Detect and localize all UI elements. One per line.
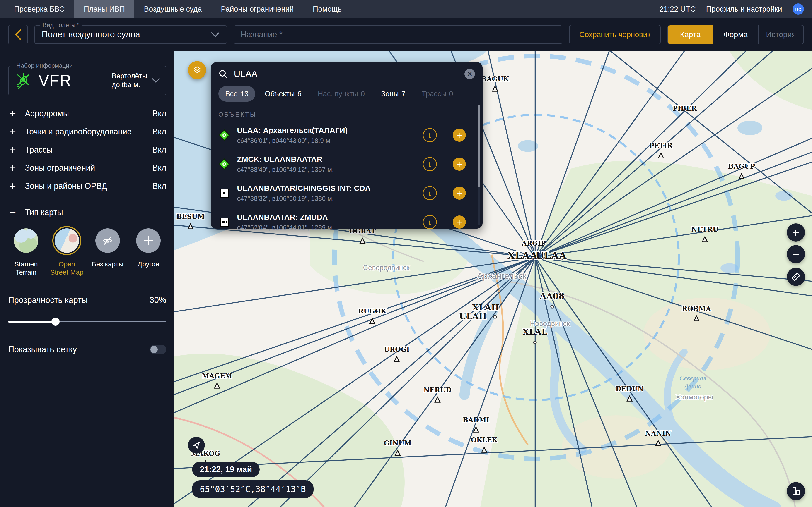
search-filter-tab[interactable]: Нас. пункты0 — [311, 86, 372, 102]
waypoint-label: ROBMA — [682, 305, 711, 313]
add-to-plan-button[interactable]: + — [453, 128, 466, 142]
zoom-in-button[interactable]: + — [787, 223, 805, 241]
city-label: Холмогоры — [676, 393, 713, 401]
city-label: Архангельск — [477, 271, 526, 281]
tab-count: 6 — [298, 90, 302, 98]
search-result-row[interactable]: ULAA: Архангельск(ТАЛАГИ)с64°36'01", в04… — [218, 126, 475, 145]
layers-icon — [192, 65, 202, 75]
layers-list: +АэродромыВкл+Точки и радиооборудованиеВ… — [8, 109, 166, 191]
search-input[interactable] — [233, 69, 459, 79]
flight-type-select[interactable]: Вид полета * Полет воздушного судна — [35, 25, 227, 44]
show-grid-toggle[interactable] — [150, 345, 166, 354]
waypoint-label: ULAA — [536, 250, 567, 262]
close-icon[interactable]: × — [464, 69, 475, 79]
layer-state-toggle[interactable]: Вкл — [152, 163, 166, 173]
add-to-plan-button[interactable]: + — [453, 186, 466, 200]
nav-tab[interactable]: Планы ИВП — [74, 0, 134, 18]
back-button[interactable] — [8, 25, 28, 44]
result-actions: i+ — [423, 128, 475, 142]
result-actions: i+ — [423, 186, 475, 200]
waypoint-label: ULAH — [459, 311, 487, 321]
zoom-out-button[interactable]: − — [787, 245, 805, 263]
opacity-row: Прозрачность карты 30% — [8, 295, 166, 305]
view-tab-история[interactable]: История — [758, 25, 803, 44]
result-texts: ULAANBAATAR: ZMUDAс47°52'04", в106°44'01… — [237, 213, 334, 231]
cursor-coordinates-badge: 65°03′52″С,38°44′13″В — [192, 480, 314, 498]
info-button[interactable]: i — [423, 186, 437, 200]
waypoint-label: GINUM — [384, 439, 411, 447]
map-type-option[interactable]: Другое — [131, 226, 166, 276]
info-set-subtitle: Вертолёты до tba м. — [112, 72, 147, 90]
layer-state-toggle[interactable]: Вкл — [152, 109, 166, 118]
nav-tab[interactable]: Проверка БВС — [5, 0, 74, 18]
info-button[interactable]: i — [423, 128, 437, 142]
save-draft-button[interactable]: Сохранить черновик — [569, 25, 661, 44]
expand-plus-icon[interactable]: + — [8, 109, 17, 118]
slider-thumb[interactable] — [51, 318, 60, 326]
collapse-icon[interactable]: − — [8, 208, 17, 217]
nav-tab[interactable]: Воздушные суда — [134, 0, 211, 18]
opacity-slider[interactable] — [8, 318, 166, 326]
map-type-option[interactable]: Open Street Map — [49, 226, 85, 276]
layer-state-toggle[interactable]: Вкл — [152, 127, 166, 136]
layer-state-toggle[interactable]: Вкл — [152, 145, 166, 155]
search-result-row[interactable]: ZMCK: ULAANBAATARс47°38'49", в106°49'12"… — [218, 155, 475, 173]
search-tabs: Все13Объекты6Нас. пункты0Зоны7Трассы0 — [218, 86, 475, 102]
tab-count: 0 — [449, 90, 453, 98]
scrollbar-track[interactable] — [477, 105, 480, 225]
add-to-plan-button[interactable]: + — [453, 158, 466, 171]
map-type-option[interactable]: Без карты — [90, 226, 125, 276]
avatar[interactable]: пс — [793, 3, 804, 15]
result-icon — [218, 158, 230, 170]
info-button[interactable]: i — [423, 157, 437, 171]
result-texts: ULAANBAATAR/CHINGGIS INT: CDAс47°38'32",… — [237, 184, 371, 202]
expand-plus-icon[interactable]: + — [8, 181, 17, 190]
add-to-plan-button[interactable]: + — [453, 216, 466, 229]
map-canvas[interactable]: СеверодвинскАрхангельскНоводвинскХолмого… — [174, 51, 812, 507]
waypoint-label: PIBER — [673, 105, 697, 112]
plan-name-input[interactable] — [234, 26, 562, 44]
expand-plus-icon[interactable]: + — [8, 127, 17, 136]
result-texts: ZMCK: ULAANBAATARс47°38'49", в106°49'12"… — [237, 155, 334, 173]
plan-name-field[interactable] — [234, 25, 562, 44]
info-button[interactable]: i — [423, 215, 437, 229]
nav-tab[interactable]: Помощь — [303, 0, 351, 18]
layer-label: Зоны ограничений — [25, 163, 95, 173]
bar-chart-icon — [791, 487, 801, 496]
scrollbar-thumb[interactable] — [477, 105, 480, 187]
profile-settings-link[interactable]: Профиль и настройки — [706, 5, 782, 13]
map-type-option[interactable]: Stamen Terrain — [8, 226, 44, 276]
layer-state-toggle[interactable]: Вкл — [152, 181, 166, 191]
view-tab-форма[interactable]: Форма — [713, 25, 758, 44]
nav-tab[interactable]: Районы ограничений — [211, 0, 303, 18]
search-filter-tab[interactable]: Трассы0 — [415, 86, 460, 102]
search-panel: × Все13Объекты6Нас. пункты0Зоны7Трассы0 … — [211, 62, 483, 229]
result-title: ULAANBAATAR/CHINGGIS INT: CDA — [237, 184, 371, 192]
waypoint-label: NERUD — [423, 386, 451, 394]
search-filter-tab[interactable]: Объекты6 — [258, 86, 308, 102]
info-set-label: Набор информации — [14, 62, 75, 69]
view-tab-карта[interactable]: Карта — [668, 25, 713, 44]
helicopter-icon — [14, 70, 32, 91]
map-type-ring — [134, 226, 163, 255]
content: Набор информации VFR — [0, 51, 812, 507]
ruler-button[interactable] — [787, 268, 805, 286]
info-set-dropdown[interactable]: Вертолёты до tba м. — [112, 72, 160, 90]
waypoint-label: PETIR — [649, 142, 673, 150]
map-type-options: Stamen TerrainOpen Street MapБез картыДр… — [8, 226, 166, 276]
waypoint-label: AA08 — [540, 291, 565, 301]
expand-plus-icon[interactable]: + — [8, 163, 17, 172]
search-filter-tab[interactable]: Зоны7 — [374, 86, 412, 102]
grid-label: Показывать сетку — [8, 345, 77, 354]
layers-fab-button[interactable] — [188, 61, 206, 79]
expand-plus-icon[interactable]: + — [8, 145, 17, 154]
layer-label: Точки и радиооборудование — [25, 127, 132, 136]
ruler-icon — [791, 272, 801, 282]
statistics-button[interactable] — [787, 482, 805, 500]
search-result-row[interactable]: ULAANBAATAR: ZMUDAс47°52'04", в106°44'01… — [218, 213, 475, 231]
locate-me-button[interactable] — [188, 437, 205, 454]
map-type-label: Тип карты — [25, 208, 63, 217]
search-filter-tab[interactable]: Все13 — [218, 86, 255, 102]
search-result-row[interactable]: ULAANBAATAR/CHINGGIS INT: CDAс47°38'32",… — [218, 184, 475, 202]
map-type-thumb — [14, 228, 38, 253]
